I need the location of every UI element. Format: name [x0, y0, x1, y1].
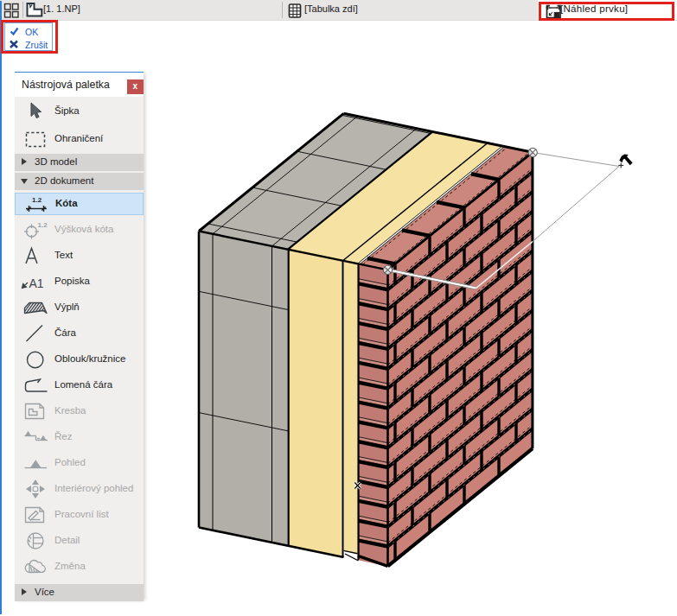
svg-text:1.2: 1.2 [32, 196, 42, 204]
svg-text:1.2: 1.2 [38, 221, 48, 229]
svg-text:A1: A1 [29, 276, 44, 290]
